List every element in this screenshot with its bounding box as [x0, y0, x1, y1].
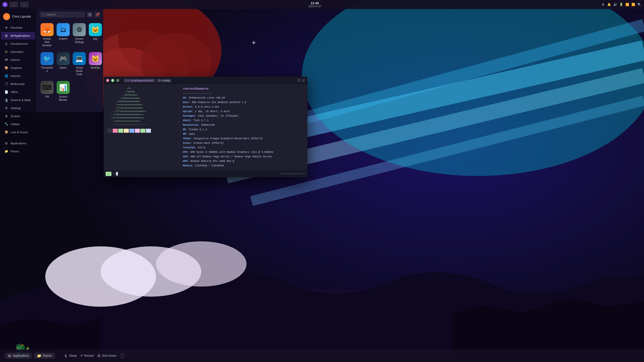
taskbar-sleep-btn[interactable]: ⏾ Sleep: [65, 354, 77, 357]
tray-expand-icon[interactable]: 🔽: [631, 2, 635, 7]
taskbar-apps-icon: ⊞: [8, 354, 11, 358]
sidebar-item-label-office: Office: [11, 90, 18, 94]
sidebar-bottom-label-apps: Applications: [11, 142, 26, 145]
topbar-btn-1[interactable]: ...: [10, 2, 18, 7]
neofetch-host: Host: ROG Zephyrus G14 GA401IV_GA401IV 1…: [183, 100, 304, 105]
sidebar-item-education[interactable]: 🎓 Education: [1, 48, 35, 56]
neofetch-packages: Packages: 2412 (pacman), 24 (flatpak): [183, 114, 304, 118]
app-item-visual-studio-code[interactable]: 💻 Visual Studio Code: [72, 50, 87, 78]
sidebar-item-graphics[interactable]: 🎨 Graphics: [1, 64, 35, 72]
tray-notify-icon[interactable]: 🔔: [607, 2, 611, 7]
app-item-kitty[interactable]: 🐱 kitty: [88, 21, 103, 49]
sidebar-item-label-edu: Education: [11, 50, 23, 53]
app-item-dolphin[interactable]: 🗂 Dolphin: [56, 21, 71, 49]
neofetch-sep: -------------------: [183, 91, 304, 96]
sidebar-item-label-favorites: Favorites: [11, 26, 22, 29]
app-item-system-monitor[interactable]: 📊 System Monitor: [56, 79, 71, 104]
taskbar-restart-label: Restart: [84, 354, 94, 357]
shutdown-icon: ⏻: [97, 354, 100, 357]
svg-text:·: ·: [322, 59, 323, 64]
sleep-icon: ⏾: [65, 354, 68, 357]
terminal-max-btn[interactable]: [116, 79, 119, 82]
sidebar-item-label-lost: Lost & Found: [11, 131, 28, 134]
svg-text:+: +: [252, 38, 256, 47]
sidebar-item-favorites[interactable]: ★ Favorites: [1, 24, 35, 31]
lost-found-icon: 📦: [4, 130, 9, 134]
neofetch-uptime: Uptime: 1 day, 15 hours, 9 mins: [183, 109, 304, 114]
sidebar-item-label-all-apps: All Applications: [11, 34, 30, 37]
sidebar-item-label-settings: Settings: [11, 107, 21, 110]
terminal-min-btn[interactable]: [111, 79, 114, 82]
app-item-firefox[interactable]: 🦊 Firefox Web Browser: [39, 21, 55, 49]
app-label-steam: Steam: [60, 66, 67, 69]
sidebar-bottom-applications[interactable]: ⊞ Applications: [1, 140, 35, 147]
app-item-steam[interactable]: 🎮 Steam: [56, 50, 71, 78]
sidebar-item-all-applications[interactable]: ⊞ All Applications: [1, 32, 35, 39]
search-input-wrapper[interactable]: [39, 12, 85, 18]
tray-battery-icon[interactable]: 🔋: [619, 2, 623, 7]
taskbar-restart-btn[interactable]: ↺ Restart: [80, 354, 94, 357]
sidebar-item-science-math[interactable]: 🔬 Science & Math: [1, 96, 35, 104]
view-toggle-btn[interactable]: ⊟: [87, 12, 93, 17]
sidebar-item-development[interactable]: {} Development: [1, 40, 35, 48]
app-icon-system-monitor: 📊: [57, 81, 70, 94]
app-item-neokitty[interactable]: 😺 NeoKitty: [88, 50, 103, 78]
multimedia-icon: 🎵: [4, 82, 9, 86]
terminal-tab-2[interactable]: 3:~/.config: [156, 79, 172, 82]
svg-point-21: [5, 15, 8, 17]
utilities-icon: 🔧: [4, 122, 9, 126]
tab2-label: 3:~/.config: [158, 79, 170, 82]
search-bar: ⊟ 📌: [36, 9, 103, 19]
favorites-icon: ★: [4, 25, 9, 30]
app-icon-visual-studio-code: 💻: [73, 52, 86, 65]
sidebar-item-utilities[interactable]: 🔧 Utilities: [1, 120, 35, 128]
taskbar-applications-btn[interactable]: ⊞ Applications: [5, 353, 32, 359]
app-icon-kitty: 🐱: [89, 23, 102, 36]
sidebar-item-settings[interactable]: ⚙ Settings: [1, 104, 35, 112]
terminal-close-x-btn[interactable]: [302, 79, 305, 82]
taskbar-help-btn[interactable]: ?: [120, 353, 125, 358]
search-input[interactable]: [46, 13, 83, 16]
taskbar-shutdown-btn[interactable]: ⏻ Shut Down: [97, 354, 116, 357]
app-icon-thunderbird: 🐦: [41, 52, 54, 65]
sidebar-item-games[interactable]: 🎮 Games: [1, 56, 35, 64]
app-icon-neokitty: 😺: [89, 52, 102, 65]
app-icon-firefox: 🦊: [41, 23, 54, 36]
sidebar-item-office[interactable]: 📄 Office: [1, 88, 35, 96]
terminal-tab-1[interactable]: 2:~/. local/share/chezmoi: [123, 79, 155, 82]
taskbar-places-btn[interactable]: 📁 Places: [34, 353, 55, 359]
tray-search-icon[interactable]: 🔍: [637, 2, 641, 7]
topbar-btn-2[interactable]: ...: [20, 2, 29, 7]
tray-settings-icon[interactable]: ⚙: [601, 2, 605, 7]
tab1-label: 2:~/. local/share/chezmoi: [125, 79, 153, 82]
app-item-via[interactable]: ⌨ VIA: [39, 79, 55, 104]
sidebar-item-lost-found[interactable]: 📦 Lost & Found: [1, 128, 35, 136]
sidebar-bottom-places[interactable]: 📁 Places: [1, 148, 35, 155]
terminal-window[interactable]: 2:~/. local/share/chezmoi 3:~/.config ./…: [104, 77, 307, 177]
sidebar-item-multimedia[interactable]: 🎵 Multimedia: [1, 80, 35, 88]
sidebar-item-internet[interactable]: 🌐 Internet: [1, 72, 35, 80]
app-label-system-monitor: System Monitor: [57, 95, 70, 102]
topbar: K ... ... 13:48 2024-07-07 ⚙ 🔔 🔊 🔋 📶 🔽 🔍: [0, 0, 644, 9]
sidebar-bottom-label-places: Places: [11, 150, 19, 153]
color-swatch: [107, 129, 176, 133]
pin-btn[interactable]: 📌: [95, 12, 100, 17]
terminal-body: ./o. ./sssso- .:osssssss+- -/+ssssssssss…: [104, 84, 307, 177]
terminal-close-btn[interactable]: [106, 79, 109, 82]
app-icon-system-settings: ⚙: [73, 23, 86, 36]
app-label-neokitty: NeoKitty: [91, 66, 100, 69]
terminal-menu-btn[interactable]: [297, 79, 300, 82]
tray-audio-icon[interactable]: 🔊: [613, 2, 617, 7]
app-item-system-settings[interactable]: ⚙ System Settings: [72, 21, 87, 49]
sidebar-item-label-utilities: Utilities: [11, 123, 20, 126]
svg-line-24: [44, 15, 45, 16]
app-label-system-settings: System Settings: [73, 37, 86, 44]
app-label-visual-studio-code: Visual Studio Code: [73, 66, 86, 76]
sidebar-item-system[interactable]: 🖥 System: [1, 112, 35, 120]
kde-logo[interactable]: K: [3, 2, 8, 7]
all-apps-icon: ⊞: [4, 33, 9, 38]
taskbar-controls: ⏾ Sleep ↺ Restart ⏻ Shut Down ?: [65, 353, 125, 358]
app-main-area: ⊟ 📌 🦊 Firefox Web Browser 🗂 Dolphin ⚙ Sy…: [36, 9, 103, 112]
app-item-thunderbird[interactable]: 🐦 Thunderbird: [39, 50, 55, 78]
tray-network-icon[interactable]: 📶: [625, 2, 629, 7]
